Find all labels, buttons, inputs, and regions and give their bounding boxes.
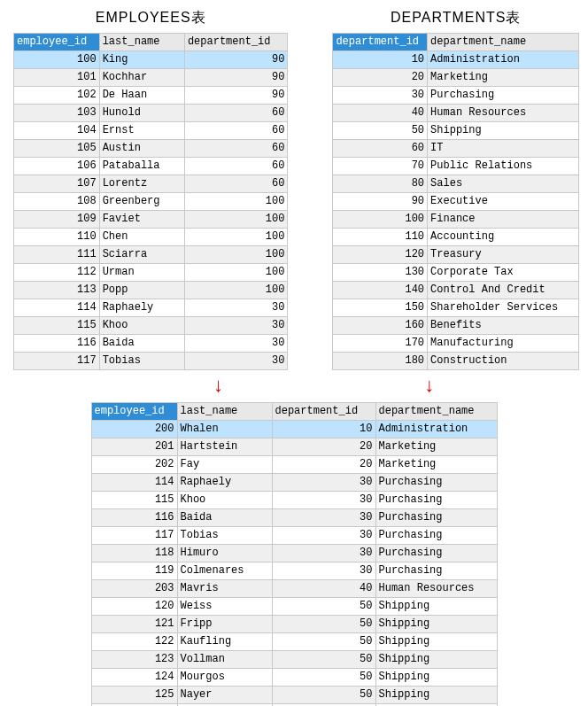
cell: Sales (428, 175, 579, 193)
top-tables-row: EMPLOYEES表 employee_idlast_namedepartmen… (9, 9, 579, 370)
cell: Hartstein (177, 438, 272, 456)
cell: Shipping (375, 633, 497, 651)
cell: Tobias (177, 527, 272, 545)
cell: 106 (14, 158, 100, 175)
cell: Shipping (375, 651, 497, 669)
cell: 50 (272, 598, 375, 616)
cell: 20 (272, 438, 375, 456)
cell: 50 (272, 633, 375, 651)
table-row: 10Administration (333, 51, 579, 69)
cell: 70 (333, 158, 428, 175)
table-row: 109Faviet100 (14, 211, 288, 229)
cell: Human Resources (428, 105, 579, 122)
table-row: 119Colmenares30Purchasing (91, 562, 497, 580)
cell: 107 (14, 175, 100, 193)
cell: 30 (272, 545, 375, 562)
cell: 20 (333, 69, 428, 87)
table-row: 20Marketing (333, 69, 579, 87)
table-row: 170Manufacturing (333, 335, 579, 353)
cell: 112 (14, 264, 100, 282)
cell: Purchasing (375, 545, 497, 562)
cell: 202 (91, 456, 177, 474)
cell: 30 (184, 317, 288, 335)
cell: 100 (184, 264, 288, 282)
cell: Marketing (428, 69, 579, 87)
table-row: 115Khoo30 (14, 317, 288, 335)
cell: 100 (184, 282, 288, 299)
cell: Finance (428, 211, 579, 229)
cell: Benefits (428, 317, 579, 335)
cell: Colmenares (177, 562, 272, 580)
cell: Raphaely (99, 299, 184, 317)
cell: Shipping (428, 122, 579, 140)
cell: Khoo (99, 317, 184, 335)
cell: 114 (14, 299, 100, 317)
cell: Human Resources (375, 580, 497, 598)
cell: 30 (272, 474, 375, 492)
cell: De Haan (99, 87, 184, 105)
departments-table: department_iddepartment_name10Administra… (332, 33, 579, 370)
table-row: 106Pataballa60 (14, 158, 288, 175)
cell: Shipping (375, 687, 497, 704)
cell: 100 (333, 211, 428, 229)
cell: King (99, 51, 184, 69)
cell: 30 (272, 562, 375, 580)
cell: Administration (428, 51, 579, 69)
table-row: 70Public Relations (333, 158, 579, 175)
cell: 102 (14, 87, 100, 105)
cell: 103 (14, 105, 100, 122)
arrow-down-icon: ↓ (213, 377, 224, 397)
cell: 100 (14, 51, 100, 69)
column-header: employee_id (14, 34, 100, 51)
cell: Control And Credit (428, 282, 579, 299)
table-row: 130Corporate Tax (333, 264, 579, 282)
cell: Construction (428, 353, 579, 370)
cell: 90 (184, 87, 288, 105)
table-row: 100King90 (14, 51, 288, 69)
table-row: 121Fripp50Shipping (91, 616, 497, 633)
cell: 119 (91, 562, 177, 580)
cell: 20 (272, 456, 375, 474)
column-header: department_id (184, 34, 288, 51)
cell: 30 (333, 87, 428, 105)
cell: Nayer (177, 687, 272, 704)
table-row: 90Executive (333, 193, 579, 211)
cell: Public Relations (428, 158, 579, 175)
table-row: 125Nayer50Shipping (91, 687, 497, 704)
table-row: 180Construction (333, 353, 579, 370)
column-header: department_id (333, 34, 428, 51)
table-row: 113Popp100 (14, 282, 288, 299)
cell: 110 (333, 229, 428, 246)
cell: 109 (14, 211, 100, 229)
table-row: 160Benefits (333, 317, 579, 335)
table-row: 105Austin60 (14, 140, 288, 158)
cell: Faviet (99, 211, 184, 229)
cell: Fay (177, 456, 272, 474)
table-row: 116Baida30 (14, 335, 288, 353)
cell: Popp (99, 282, 184, 299)
cell: 30 (272, 527, 375, 545)
table-row: 101Kochhar90 (14, 69, 288, 87)
cell: 110 (14, 229, 100, 246)
cell: Shipping (375, 616, 497, 633)
cell: Raphaely (177, 474, 272, 492)
arrow-down-icon: ↓ (423, 377, 435, 397)
cell: 50 (272, 669, 375, 687)
table-row: 100Finance (333, 211, 579, 229)
cell: 113 (14, 282, 100, 299)
cell: 170 (333, 335, 428, 353)
table-row: 117Tobias30 (14, 353, 288, 370)
cell: Lorentz (99, 175, 184, 193)
cell: 117 (14, 353, 100, 370)
cell: Marketing (375, 456, 497, 474)
cell: 100 (184, 229, 288, 246)
cell: 50 (272, 687, 375, 704)
cell: Shipping (375, 669, 497, 687)
cell: 100 (184, 246, 288, 264)
table-row: 107Lorentz60 (14, 175, 288, 193)
cell: Urman (99, 264, 184, 282)
table-row: 120Treasury (333, 246, 579, 264)
cell: 10 (272, 421, 375, 438)
table-row: 200Whalen10Administration (91, 421, 497, 438)
employees-block: EMPLOYEES表 employee_idlast_namedepartmen… (13, 9, 288, 370)
